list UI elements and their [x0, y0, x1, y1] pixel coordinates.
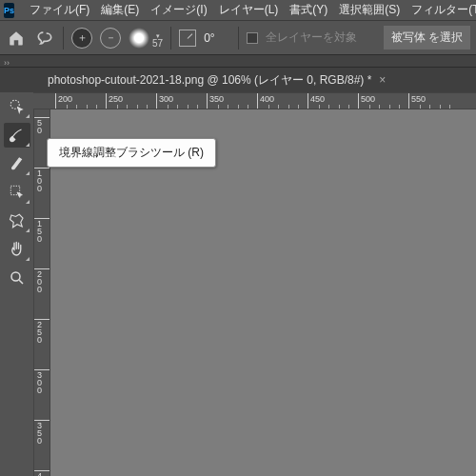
divider: [63, 27, 64, 50]
object-select-tool[interactable]: [4, 180, 30, 205]
ruler-tick: 250: [34, 319, 50, 320]
close-icon[interactable]: ×: [379, 73, 386, 87]
ruler-tick: 250: [106, 93, 107, 109]
angle-icon[interactable]: [179, 30, 196, 47]
tool-preset-icon[interactable]: [34, 28, 55, 49]
zoom-tool[interactable]: [4, 266, 30, 290]
ruler-tick: 200: [34, 268, 50, 269]
collapse-icon[interactable]: ››: [0, 58, 13, 68]
workspace: 200250300350400450500550 501001502002503…: [0, 92, 476, 476]
brush-size-picker[interactable]: ▾ 57: [152, 32, 163, 49]
home-icon[interactable]: [6, 28, 27, 49]
select-subject-button[interactable]: 被写体 を選択: [384, 26, 470, 50]
add-mode-icon[interactable]: ＋: [71, 28, 92, 49]
ruler-tick: 300: [156, 93, 157, 109]
ruler-tick: 50: [34, 117, 50, 118]
menu-layer[interactable]: レイヤー(L): [213, 2, 285, 18]
ruler-tick: 550: [408, 93, 409, 109]
menu-file[interactable]: ファイル(F): [24, 2, 95, 18]
document-tabs: photoshop-cutout-2021-18.png @ 106% (レイヤ…: [0, 68, 476, 92]
menu-image[interactable]: イメージ(I): [145, 2, 212, 18]
menu-type[interactable]: 書式(Y): [284, 2, 333, 18]
subtract-mode-icon[interactable]: －: [100, 28, 121, 49]
ruler-tick: 350: [34, 420, 50, 421]
menu-select[interactable]: 選択範囲(S): [333, 2, 406, 18]
document-tab[interactable]: photoshop-cutout-2021-18.png @ 106% (レイヤ…: [38, 72, 395, 89]
brush-preview-icon[interactable]: [129, 28, 149, 49]
all-layers-label: 全レイヤーを対象: [266, 30, 357, 46]
ruler-tick: 150: [34, 218, 50, 219]
angle-value[interactable]: 0°: [204, 31, 230, 45]
options-bar: ＋ － ▾ 57 0° 全レイヤーを対象 被写体 を選択: [0, 21, 476, 55]
ruler-tick: 450: [307, 93, 308, 109]
all-layers-checkbox[interactable]: [247, 32, 258, 44]
panel-strip: ››: [0, 55, 476, 68]
quick-select-tool[interactable]: [4, 94, 30, 119]
ruler-tick: 400: [257, 93, 258, 109]
menu-edit[interactable]: 編集(E): [95, 2, 145, 18]
lasso-tool[interactable]: [4, 208, 30, 233]
tool-panel: [0, 92, 33, 476]
refine-edge-brush-tool[interactable]: [4, 123, 30, 148]
menu-bar: Ps ファイル(F) 編集(E) イメージ(I) レイヤー(L) 書式(Y) 選…: [0, 0, 476, 21]
ruler-tick: 500: [358, 93, 359, 109]
app-logo: Ps: [4, 3, 14, 18]
ruler-tick: 350: [207, 93, 208, 109]
divider: [170, 27, 171, 50]
document-title: photoshop-cutout-2021-18.png @ 106% (レイヤ…: [48, 72, 371, 89]
menu-filter[interactable]: フィルター(T): [406, 2, 476, 18]
divider: [238, 27, 239, 50]
ruler-tick: 400: [34, 470, 50, 471]
svg-point-2: [11, 272, 20, 281]
tool-tooltip: 境界線調整ブラシツール (R): [47, 138, 216, 168]
hand-tool[interactable]: [4, 237, 30, 262]
brush-tool[interactable]: [4, 151, 30, 176]
ruler-tick: 200: [55, 93, 56, 109]
ruler-tick: 100: [34, 168, 50, 169]
ruler-tick: 300: [34, 369, 50, 370]
brush-size-value: 57: [152, 39, 163, 49]
ruler-horizontal[interactable]: 200250300350400450500550: [33, 92, 476, 109]
